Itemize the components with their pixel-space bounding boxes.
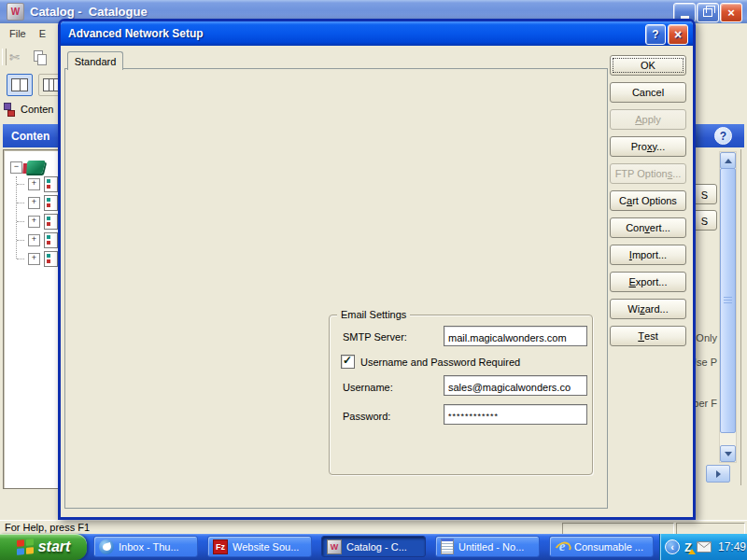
proxy-button[interactable]: Proxy... xyxy=(610,136,686,157)
window-right-edge xyxy=(740,149,741,485)
tray-collapse-icon[interactable]: ‹ xyxy=(665,539,680,554)
scrollbar-thumb[interactable] xyxy=(720,168,736,433)
app-logo-icon: W xyxy=(7,3,24,21)
export-button[interactable]: Export... xyxy=(610,272,686,292)
auth-required-label: Username and Password Required xyxy=(360,357,520,368)
main-window-title: Catalog - Catalogue xyxy=(30,5,148,19)
scroll-down-icon[interactable] xyxy=(720,445,736,462)
section-icon xyxy=(44,214,58,230)
catalog-book-icon xyxy=(24,161,45,174)
task-label: Website Sou... xyxy=(233,541,299,553)
tree-item[interactable]: + xyxy=(17,214,58,230)
collapse-icon[interactable]: − xyxy=(10,161,22,174)
tree-item[interactable]: + xyxy=(17,195,58,211)
task-filezilla[interactable]: FzWebsite Sou... xyxy=(207,536,312,557)
notepad-icon xyxy=(441,539,454,554)
ie-icon: e xyxy=(555,539,570,554)
cancel-button[interactable]: Cancel xyxy=(610,82,686,103)
toolbar-grip[interactable] xyxy=(2,49,7,65)
expand-icon[interactable]: + xyxy=(28,197,40,209)
tree-item[interactable]: + xyxy=(17,232,58,248)
ok-button[interactable]: OK xyxy=(610,55,686,76)
convert-button[interactable]: Convert... xyxy=(610,217,686,238)
test-button[interactable]: Test xyxy=(610,326,686,346)
expand-icon[interactable]: + xyxy=(28,253,40,265)
dialog-titlebar: Advanced Network Setup ? × xyxy=(61,21,693,46)
email-password-input[interactable] xyxy=(444,404,587,425)
task-label: Inbox - Thu... xyxy=(119,541,179,553)
dialog-help-button[interactable]: ? xyxy=(645,24,666,45)
split-view-button[interactable] xyxy=(7,74,33,96)
vertical-scrollbar[interactable] xyxy=(719,151,737,463)
toolbar-layout xyxy=(0,73,66,97)
expand-icon[interactable]: + xyxy=(28,216,40,228)
task-thunderbird[interactable]: Inbox - Thu... xyxy=(93,536,198,557)
system-tray: ‹ Z 17:49 xyxy=(659,534,747,560)
content-tree-icon xyxy=(4,103,16,116)
filezilla-icon: Fz xyxy=(213,539,228,554)
content-panel-title: Conten xyxy=(11,130,49,143)
dialog-title: Advanced Network Setup xyxy=(68,27,204,40)
mail-icon[interactable] xyxy=(697,541,712,553)
close-button[interactable]: × xyxy=(720,3,742,22)
import-button[interactable]: Import... xyxy=(610,245,686,265)
start-label: start xyxy=(38,539,71,555)
smtp-input[interactable] xyxy=(444,326,587,346)
scroll-up-icon[interactable] xyxy=(720,152,736,169)
task-label: Untitled - No... xyxy=(458,541,524,553)
tray-clock[interactable]: 17:49 xyxy=(718,540,746,553)
task-label: Catalog - C... xyxy=(346,541,407,553)
apply-button: Apply xyxy=(610,109,686,130)
toolbar-content-toggle[interactable]: Conten xyxy=(0,99,63,119)
scroll-right-icon[interactable] xyxy=(706,465,730,483)
section-icon xyxy=(44,176,58,192)
section-icon xyxy=(44,251,58,267)
task-catalog[interactable]: WCatalog - C... xyxy=(321,536,426,557)
tab-standard[interactable]: Standard xyxy=(67,51,123,70)
email-settings-group: Email Settings SMTP Server: Username and… xyxy=(329,315,593,475)
dialog-close-button[interactable]: × xyxy=(668,24,688,45)
email-password-label: Password: xyxy=(343,411,390,422)
tree-root[interactable]: − xyxy=(10,161,44,174)
cart-options-button[interactable]: Cart Options xyxy=(610,190,686,211)
thunderbird-icon xyxy=(99,539,114,554)
section-icon xyxy=(44,232,58,248)
taskbar: start Inbox - Thu...FzWebsite Sou...WCat… xyxy=(0,534,747,560)
taskbar-tasks: Inbox - Thu...FzWebsite Sou...WCatalog -… xyxy=(93,536,654,557)
tree-item[interactable]: + xyxy=(17,176,58,192)
status-bar: For Help, press F1 xyxy=(0,520,747,534)
task-ie[interactable]: eConsumable ... xyxy=(549,536,654,557)
tree-item[interactable]: + xyxy=(17,251,58,267)
content-toggle-label: Conten xyxy=(21,104,53,115)
zonealarm-icon[interactable]: Z xyxy=(684,541,692,553)
help-icon[interactable]: ? xyxy=(714,127,732,145)
menu-file[interactable]: File xyxy=(9,28,26,39)
restore-button[interactable] xyxy=(697,3,719,22)
auth-required-checkbox-row[interactable]: Username and Password Required xyxy=(341,355,520,369)
dialog-body: Standard Server Details Catalog URL: CGI… xyxy=(61,46,693,517)
email-username-label: Username: xyxy=(343,382,393,393)
advanced-network-setup-dialog: Advanced Network Setup ? × Standard Serv… xyxy=(58,19,696,520)
start-button[interactable]: start xyxy=(0,534,87,560)
desktop: { "window": { "title": "Catalog - Catalo… xyxy=(0,0,747,560)
windows-logo-icon xyxy=(17,539,34,555)
checkbox-icon[interactable] xyxy=(341,355,355,369)
cut-icon[interactable]: ✄ xyxy=(9,50,22,64)
task-notepad[interactable]: Untitled - No... xyxy=(435,536,540,557)
catalog-icon: W xyxy=(327,539,342,554)
ftp-options-button: FTP Options... xyxy=(610,163,686,184)
expand-icon[interactable]: + xyxy=(28,234,40,246)
smtp-label: SMTP Server: xyxy=(343,331,407,343)
status-text: For Help, press F1 xyxy=(5,522,90,533)
wizard-button[interactable]: Wizard... xyxy=(610,299,686,319)
email-username-input[interactable] xyxy=(444,375,587,396)
copy-icon[interactable] xyxy=(34,50,47,64)
task-label: Consumable ... xyxy=(574,541,643,553)
menu-edit-partial[interactable]: E xyxy=(39,28,46,39)
dialog-button-column: OKCancelApplyProxy...FTP Options...Cart … xyxy=(610,55,686,353)
group-legend: Email Settings xyxy=(337,309,410,320)
section-icon xyxy=(44,195,58,211)
expand-icon[interactable]: + xyxy=(28,178,40,190)
